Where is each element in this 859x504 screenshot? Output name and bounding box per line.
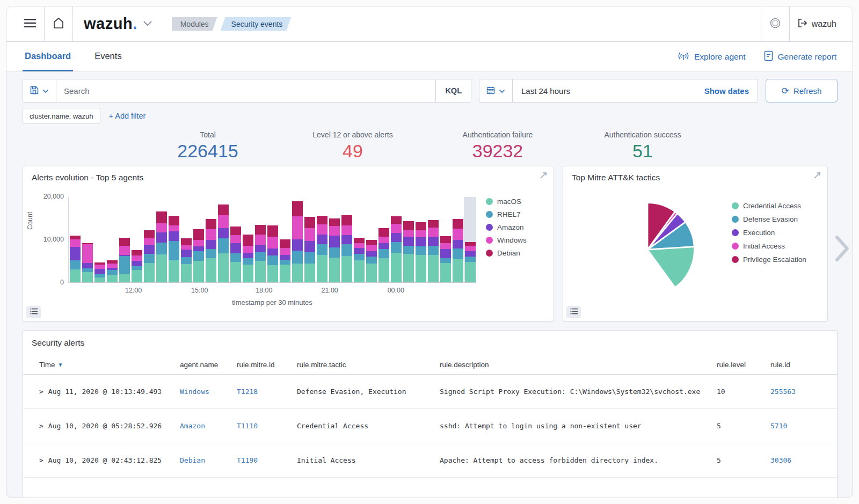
expand-row-button[interactable]: > bbox=[39, 388, 43, 396]
bar-segment-amazon[interactable] bbox=[70, 247, 81, 260]
legend-item-defense-evasion[interactable]: Defense Evasion bbox=[732, 215, 806, 223]
bar-segment-windows[interactable] bbox=[181, 245, 192, 250]
bar-segment-rhel7[interactable] bbox=[243, 258, 253, 265]
bar-segment-macos[interactable] bbox=[428, 255, 439, 282]
bar-segment-debian[interactable] bbox=[280, 239, 290, 248]
bar-segment-macos[interactable] bbox=[243, 265, 253, 282]
bar-segment-amazon[interactable] bbox=[218, 228, 229, 238]
bar-segment-debian[interactable] bbox=[366, 240, 377, 245]
bar-segment-windows[interactable] bbox=[280, 248, 290, 255]
panel-data-list-button[interactable] bbox=[566, 306, 581, 318]
date-quick-select-button[interactable] bbox=[479, 79, 513, 102]
bar-segment-macos[interactable] bbox=[169, 260, 179, 282]
bar-segment-debian[interactable] bbox=[255, 225, 266, 235]
bar-segment-amazon[interactable] bbox=[292, 239, 303, 251]
panel-data-list-button[interactable] bbox=[26, 306, 41, 318]
bar-segment-rhel7[interactable] bbox=[378, 249, 389, 258]
bar-segment-rhel7[interactable] bbox=[292, 251, 303, 264]
bar-segment-debian[interactable] bbox=[304, 217, 315, 228]
bar-segment-amazon[interactable] bbox=[304, 241, 315, 252]
bar-segment-windows[interactable] bbox=[366, 245, 377, 251]
bar-segment-windows[interactable] bbox=[144, 238, 155, 245]
bar-segment-macos[interactable] bbox=[366, 264, 377, 282]
bar-segment-macos[interactable] bbox=[181, 264, 192, 282]
bar-segment-debian[interactable] bbox=[354, 238, 365, 243]
bar-segment-amazon[interactable] bbox=[267, 249, 278, 255]
bar-segment-macos[interactable] bbox=[70, 269, 81, 282]
bar-segment-macos[interactable] bbox=[453, 259, 463, 282]
bar-segment-debian[interactable] bbox=[119, 238, 130, 246]
bar-segment-debian[interactable] bbox=[403, 221, 414, 230]
legend-item-initial-access[interactable]: Initial Access bbox=[732, 242, 806, 250]
bar-segment-macos[interactable] bbox=[193, 261, 204, 282]
bar-segment-amazon[interactable] bbox=[403, 237, 414, 246]
bar-segment-rhel7[interactable] bbox=[416, 246, 426, 255]
agent-name-link[interactable]: Amazon bbox=[180, 422, 237, 430]
bar-segment-rhel7[interactable] bbox=[341, 244, 352, 256]
expand-panel-button[interactable] bbox=[813, 172, 821, 181]
legend-item-debian[interactable]: Debian bbox=[486, 249, 527, 257]
bar-segment-rhel7[interactable] bbox=[119, 256, 130, 274]
bar-segment-debian[interactable] bbox=[70, 236, 81, 239]
bar-segment-amazon[interactable] bbox=[156, 232, 167, 243]
bar-segment-debian[interactable] bbox=[230, 227, 241, 235]
column-header-time[interactable]: Time▼ bbox=[39, 361, 180, 369]
bar-segment-amazon[interactable] bbox=[132, 261, 142, 266]
bar-segment-debian[interactable] bbox=[169, 216, 179, 225]
bar-segment-debian[interactable] bbox=[144, 230, 155, 238]
add-filter-button[interactable]: + Add filter bbox=[109, 112, 146, 120]
bar-segment-macos[interactable] bbox=[144, 263, 155, 282]
bar-segment-windows[interactable] bbox=[107, 264, 118, 268]
column-header-rule-mitre-tactic[interactable]: rule.mitre.tactic bbox=[297, 361, 440, 369]
column-header-agent-name[interactable]: agent.name bbox=[180, 361, 237, 369]
bar-segment-macos[interactable] bbox=[354, 260, 365, 282]
tab-events[interactable]: Events bbox=[92, 42, 123, 71]
bar-segment-rhel7[interactable] bbox=[354, 254, 365, 260]
bar-segment-rhel7[interactable] bbox=[329, 247, 340, 258]
bar-segment-windows[interactable] bbox=[132, 255, 142, 261]
home-button[interactable] bbox=[45, 6, 72, 41]
bar-segment-debian[interactable] bbox=[267, 225, 278, 237]
bar-segment-macos[interactable] bbox=[267, 265, 278, 282]
bar-segment-debian[interactable] bbox=[440, 236, 451, 243]
bar-segment-amazon[interactable] bbox=[255, 245, 266, 252]
bar-segment-macos[interactable] bbox=[218, 253, 229, 282]
legend-item-credential-access[interactable]: Credential Access bbox=[732, 202, 806, 210]
bar-segment-amazon[interactable] bbox=[329, 236, 340, 247]
bar-segment-debian[interactable] bbox=[453, 219, 463, 229]
next-panels-button[interactable] bbox=[834, 235, 850, 264]
app-switcher-button[interactable] bbox=[143, 20, 152, 28]
bar-segment-windows[interactable] bbox=[378, 237, 389, 243]
bar-segment-rhel7[interactable] bbox=[267, 255, 278, 265]
breadcrumb-modules[interactable]: Modules bbox=[172, 17, 217, 31]
bar-segment-rhel7[interactable] bbox=[206, 249, 216, 258]
bar-segment-windows[interactable] bbox=[416, 230, 426, 237]
bar-segment-rhel7[interactable] bbox=[82, 268, 93, 272]
bar-segment-amazon[interactable] bbox=[230, 243, 241, 253]
bar-segment-macos[interactable] bbox=[416, 255, 426, 282]
search-input[interactable] bbox=[56, 86, 435, 96]
bar-segment-macos[interactable] bbox=[465, 262, 476, 282]
bar-segment-amazon[interactable] bbox=[391, 233, 402, 242]
mitre-id-link[interactable]: T1110 bbox=[237, 422, 297, 430]
bar-segment-windows[interactable] bbox=[70, 239, 81, 247]
bar-segment-windows[interactable] bbox=[243, 246, 253, 253]
legend-item-rhel7[interactable]: RHEL7 bbox=[486, 210, 527, 218]
breadcrumb-security-events[interactable]: Security events bbox=[221, 17, 292, 31]
refresh-button[interactable]: ⟳ Refresh bbox=[766, 79, 838, 103]
bar-segment-macos[interactable] bbox=[107, 275, 118, 282]
bar-segment-windows[interactable] bbox=[267, 237, 278, 249]
bar-segment-amazon[interactable] bbox=[453, 240, 463, 249]
mitre-id-link[interactable]: T1218 bbox=[237, 388, 297, 396]
bar-segment-debian[interactable] bbox=[416, 222, 426, 230]
bar-segment-rhel7[interactable] bbox=[107, 270, 118, 275]
column-header-rule-description[interactable]: rule.description bbox=[440, 361, 717, 369]
bar-segment-debian[interactable] bbox=[193, 229, 204, 240]
bar-segment-macos[interactable] bbox=[119, 274, 130, 282]
bar-segment-amazon[interactable] bbox=[82, 263, 93, 268]
bar-segment-debian[interactable] bbox=[132, 250, 142, 255]
bar-segment-windows[interactable] bbox=[317, 224, 327, 235]
bar-segment-debian[interactable] bbox=[292, 201, 303, 216]
bar-segment-rhel7[interactable] bbox=[440, 258, 451, 263]
bar-segment-amazon[interactable] bbox=[366, 251, 377, 257]
